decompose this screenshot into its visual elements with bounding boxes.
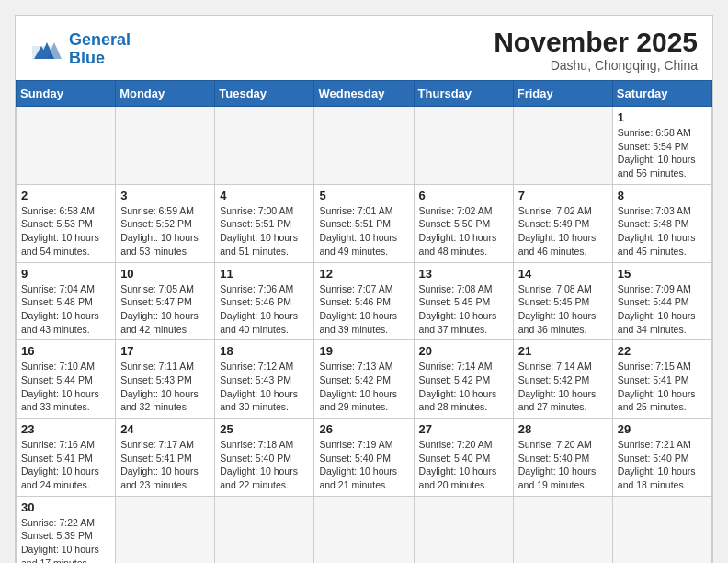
day-number: 23 xyxy=(21,422,110,436)
calendar-day-cell: 14Sunrise: 7:08 AM Sunset: 5:45 PM Dayli… xyxy=(513,262,612,340)
day-number: 8 xyxy=(618,189,707,202)
calendar-day-cell: 20Sunrise: 7:14 AM Sunset: 5:42 PM Dayli… xyxy=(414,340,513,419)
day-info: Sunrise: 7:08 AM Sunset: 5:45 PM Dayligh… xyxy=(419,282,508,337)
calendar-container: General Blue November 2025 Dashu, Chongq… xyxy=(15,15,713,563)
day-info: Sunrise: 7:11 AM Sunset: 5:43 PM Dayligh… xyxy=(120,360,210,414)
weekday-header-row: SundayMondayTuesdayWednesdayThursdayFrid… xyxy=(17,81,712,107)
day-info: Sunrise: 6:58 AM Sunset: 5:53 PM Dayligh… xyxy=(21,204,110,259)
calendar-day-cell: 4Sunrise: 7:00 AM Sunset: 5:51 PM Daylig… xyxy=(215,184,314,262)
day-info: Sunrise: 7:02 AM Sunset: 5:50 PM Dayligh… xyxy=(419,204,508,259)
day-info: Sunrise: 7:13 AM Sunset: 5:42 PM Dayligh… xyxy=(319,360,408,414)
calendar-day-cell: 25Sunrise: 7:18 AM Sunset: 5:40 PM Dayli… xyxy=(215,419,314,497)
day-info: Sunrise: 7:06 AM Sunset: 5:46 PM Dayligh… xyxy=(220,282,309,337)
calendar-day-cell: 18Sunrise: 7:12 AM Sunset: 5:43 PM Dayli… xyxy=(215,340,314,419)
day-info: Sunrise: 7:10 AM Sunset: 5:44 PM Dayligh… xyxy=(21,360,110,414)
weekday-header-thursday: Thursday xyxy=(414,81,513,107)
calendar-day-cell: 10Sunrise: 7:05 AM Sunset: 5:47 PM Dayli… xyxy=(116,262,215,340)
weekday-header-saturday: Saturday xyxy=(612,81,711,107)
calendar-week-row: 9Sunrise: 7:04 AM Sunset: 5:48 PM Daylig… xyxy=(17,262,712,340)
day-info: Sunrise: 7:08 AM Sunset: 5:45 PM Dayligh… xyxy=(518,282,608,337)
day-info: Sunrise: 7:16 AM Sunset: 5:41 PM Dayligh… xyxy=(21,438,110,492)
day-number: 21 xyxy=(518,344,608,358)
calendar-day-cell: 29Sunrise: 7:21 AM Sunset: 5:40 PM Dayli… xyxy=(612,419,711,497)
weekday-header-monday: Monday xyxy=(116,81,215,107)
weekday-header-friday: Friday xyxy=(513,81,612,107)
day-info: Sunrise: 7:03 AM Sunset: 5:48 PM Dayligh… xyxy=(618,204,707,259)
calendar-day-cell: 13Sunrise: 7:08 AM Sunset: 5:45 PM Dayli… xyxy=(414,262,513,340)
day-number: 28 xyxy=(518,422,608,436)
day-info: Sunrise: 7:04 AM Sunset: 5:48 PM Dayligh… xyxy=(21,282,110,337)
day-number: 14 xyxy=(518,267,608,281)
day-info: Sunrise: 7:17 AM Sunset: 5:41 PM Dayligh… xyxy=(120,438,210,492)
day-number: 7 xyxy=(518,189,608,202)
calendar-day-cell xyxy=(215,496,314,563)
day-number: 26 xyxy=(319,422,408,436)
calendar-day-cell: 19Sunrise: 7:13 AM Sunset: 5:42 PM Dayli… xyxy=(314,340,414,419)
calendar-day-cell: 23Sunrise: 7:16 AM Sunset: 5:41 PM Dayli… xyxy=(17,419,116,497)
calendar-day-cell xyxy=(116,496,215,563)
calendar-day-cell xyxy=(414,496,513,563)
day-number: 3 xyxy=(120,189,210,202)
day-info: Sunrise: 6:59 AM Sunset: 5:52 PM Dayligh… xyxy=(120,204,210,259)
calendar-day-cell: 8Sunrise: 7:03 AM Sunset: 5:48 PM Daylig… xyxy=(612,184,711,262)
day-number: 19 xyxy=(319,344,408,358)
day-number: 2 xyxy=(21,189,110,202)
day-number: 27 xyxy=(419,422,508,436)
calendar-day-cell xyxy=(215,107,314,185)
day-number: 16 xyxy=(21,344,110,358)
day-info: Sunrise: 7:20 AM Sunset: 5:40 PM Dayligh… xyxy=(419,438,508,492)
day-number: 17 xyxy=(120,344,210,358)
calendar-week-row: 16Sunrise: 7:10 AM Sunset: 5:44 PM Dayli… xyxy=(17,340,712,419)
weekday-header-sunday: Sunday xyxy=(17,81,116,107)
day-number: 6 xyxy=(419,189,508,202)
day-info: Sunrise: 7:02 AM Sunset: 5:49 PM Dayligh… xyxy=(518,204,608,259)
day-number: 18 xyxy=(220,344,309,358)
day-number: 11 xyxy=(220,267,309,281)
day-number: 4 xyxy=(220,189,309,202)
title-block: November 2025 Dashu, Chongqing, China xyxy=(494,27,698,73)
day-number: 10 xyxy=(120,267,210,281)
day-info: Sunrise: 7:12 AM Sunset: 5:43 PM Dayligh… xyxy=(220,360,309,414)
calendar-day-cell: 22Sunrise: 7:15 AM Sunset: 5:41 PM Dayli… xyxy=(612,340,711,419)
day-info: Sunrise: 7:01 AM Sunset: 5:51 PM Dayligh… xyxy=(319,204,408,259)
calendar-day-cell: 17Sunrise: 7:11 AM Sunset: 5:43 PM Dayli… xyxy=(116,340,215,419)
logo: General Blue xyxy=(30,31,131,68)
day-info: Sunrise: 7:19 AM Sunset: 5:40 PM Dayligh… xyxy=(319,438,408,492)
calendar-day-cell: 7Sunrise: 7:02 AM Sunset: 5:49 PM Daylig… xyxy=(513,184,612,262)
calendar-day-cell: 12Sunrise: 7:07 AM Sunset: 5:46 PM Dayli… xyxy=(314,262,414,340)
logo-icon xyxy=(30,33,63,66)
day-info: Sunrise: 6:58 AM Sunset: 5:54 PM Dayligh… xyxy=(618,126,707,180)
logo-blue: Blue xyxy=(69,49,105,67)
day-number: 9 xyxy=(21,267,110,281)
calendar-day-cell: 24Sunrise: 7:17 AM Sunset: 5:41 PM Dayli… xyxy=(116,419,215,497)
day-number: 29 xyxy=(618,422,707,436)
day-number: 30 xyxy=(21,500,110,514)
day-number: 24 xyxy=(120,422,210,436)
day-info: Sunrise: 7:14 AM Sunset: 5:42 PM Dayligh… xyxy=(419,360,508,414)
calendar-day-cell xyxy=(116,107,215,185)
logo-general: General xyxy=(69,30,131,49)
day-number: 12 xyxy=(319,267,408,281)
day-info: Sunrise: 7:21 AM Sunset: 5:40 PM Dayligh… xyxy=(618,438,707,492)
day-info: Sunrise: 7:18 AM Sunset: 5:40 PM Dayligh… xyxy=(220,438,309,492)
calendar-day-cell: 16Sunrise: 7:10 AM Sunset: 5:44 PM Dayli… xyxy=(17,340,116,419)
day-info: Sunrise: 7:14 AM Sunset: 5:42 PM Dayligh… xyxy=(518,360,608,414)
calendar-week-row: 23Sunrise: 7:16 AM Sunset: 5:41 PM Dayli… xyxy=(17,419,712,497)
day-info: Sunrise: 7:15 AM Sunset: 5:41 PM Dayligh… xyxy=(618,360,707,414)
calendar-day-cell: 15Sunrise: 7:09 AM Sunset: 5:44 PM Dayli… xyxy=(612,262,711,340)
day-number: 5 xyxy=(319,189,408,202)
calendar-tbody: 1Sunrise: 6:58 AM Sunset: 5:54 PM Daylig… xyxy=(17,107,712,564)
day-number: 1 xyxy=(618,110,707,124)
day-info: Sunrise: 7:00 AM Sunset: 5:51 PM Dayligh… xyxy=(220,204,309,259)
day-number: 25 xyxy=(220,422,309,436)
calendar-day-cell xyxy=(414,107,513,185)
calendar-day-cell: 9Sunrise: 7:04 AM Sunset: 5:48 PM Daylig… xyxy=(17,262,116,340)
calendar-day-cell xyxy=(612,496,711,563)
day-info: Sunrise: 7:22 AM Sunset: 5:39 PM Dayligh… xyxy=(21,516,110,563)
day-number: 22 xyxy=(618,344,707,358)
day-info: Sunrise: 7:09 AM Sunset: 5:44 PM Dayligh… xyxy=(618,282,707,337)
day-info: Sunrise: 7:07 AM Sunset: 5:46 PM Dayligh… xyxy=(319,282,408,337)
calendar-day-cell: 21Sunrise: 7:14 AM Sunset: 5:42 PM Dayli… xyxy=(513,340,612,419)
calendar-day-cell: 1Sunrise: 6:58 AM Sunset: 5:54 PM Daylig… xyxy=(612,107,711,185)
calendar-day-cell xyxy=(314,107,414,185)
